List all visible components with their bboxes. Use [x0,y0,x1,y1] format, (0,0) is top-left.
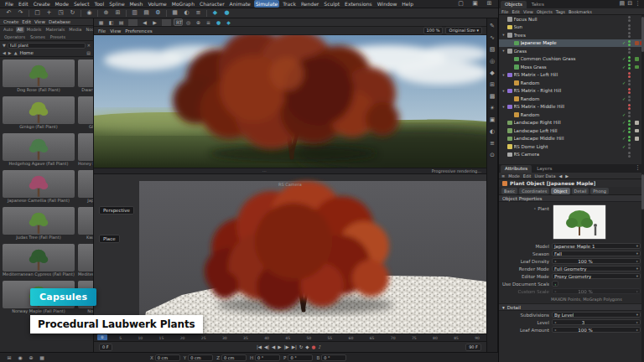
snapshot-icon[interactable]: ◆ [224,18,233,27]
tab-layers[interactable]: Layers [532,165,556,173]
snap-icon[interactable]: ⊙ [487,149,497,161]
prev-render-icon[interactable]: ◀ [140,18,149,27]
primitive-cube-icon[interactable]: ▧ [487,44,497,55]
keyframe-button[interactable]: ◆ [305,344,309,349]
object-row[interactable]: Landscape Left Hill ✓ [499,127,644,135]
pick-focus-icon[interactable]: ⊕ [194,18,203,27]
material-manager-icon[interactable]: ▦ [169,8,180,18]
object-row[interactable]: Landscape Right Hill ✓ [499,119,644,127]
attribute-menu-item[interactable]: ◀ [558,173,562,178]
layers-icon[interactable]: ≡ [193,8,204,18]
grid-view-icon[interactable]: ▤ [86,50,91,55]
aov-list-icon[interactable]: ≡ [204,18,213,27]
object-row[interactable]: ▾ Trees [499,31,644,39]
asset-filter-tab[interactable]: Models [25,27,44,33]
visibility-dots[interactable] [628,111,632,117]
divider-handle-icon[interactable]: ⋯ [99,168,432,173]
field-value[interactable]: 100 % [552,288,641,294]
toolbar-icon[interactable] [206,10,207,17]
interface-icon[interactable]: ▢ [455,0,466,8]
realtime-toggle[interactable]: RT [174,18,183,26]
field-value[interactable]: Proxy Geometry ▾ [552,273,641,279]
field-value[interactable]: Fall ▾ [552,251,641,256]
enabled-check-icon[interactable]: ✓ [621,136,626,141]
toolbar-icon[interactable] [29,10,29,17]
grid-toggle-icon[interactable]: ⊞ [5,353,13,362]
object-manager-menu-item[interactable]: File [501,9,508,14]
panel-mode-icon[interactable]: ▤ [620,0,626,8]
visibility-dots[interactable] [628,40,632,46]
volume-icon[interactable]: ▩ [487,90,497,102]
attribute-tab-chip[interactable]: Detail [572,188,589,194]
section-header[interactable]: Object Properties [499,195,644,202]
visibility-dots[interactable] [628,48,632,54]
last-tool-icon[interactable]: ◉ [84,8,95,18]
place-tool-panel[interactable]: Place [99,235,120,243]
menubar-item[interactable]: Track [281,0,298,8]
cache-icon[interactable]: ● [221,8,232,18]
start-frame-field[interactable]: 0 F [99,344,112,351]
toolbar-icon[interactable] [126,10,127,17]
coordinate-input[interactable]: 0 cm [221,354,247,361]
visibility-dots[interactable] [628,56,632,62]
enabled-check-icon[interactable]: ✓ [621,120,626,125]
up-icon[interactable]: ▲ [14,50,18,55]
toolbar-icon[interactable] [97,10,98,17]
object-row[interactable]: RS Dome Light ✓ [499,142,644,151]
object-row[interactable]: Focus Null [499,15,644,23]
record-button[interactable]: ● [312,344,316,349]
visibility-dots[interactable] [628,104,632,110]
coordinates-icon[interactable]: ⊞ [112,8,123,18]
mograph-icon[interactable]: ⊞ [487,79,497,90]
render-settings-icon[interactable]: ⚙ [153,8,164,18]
asset-browser-menu-item[interactable]: Edit [22,19,31,24]
expand-arrow-icon[interactable]: ▾ [501,73,506,77]
menubar-item[interactable]: Window [376,0,399,8]
object-row[interactable]: Landscape Middle Hill ✓ [499,135,644,143]
asset-item[interactable]: Japanese Larch (Fall Plant) [77,169,93,204]
rv-menu-file[interactable]: File [98,28,106,34]
expand-arrow-icon[interactable]: ▾ [501,49,506,53]
menubar-item[interactable]: Edit [17,0,30,8]
camera-icon[interactable]: ▣ [487,114,497,126]
field-value[interactable]: ✓ [552,281,558,287]
prev-key-button[interactable]: ◀| [264,344,269,349]
detail-section-header[interactable]: ▾ Detail [499,303,644,311]
enabled-check-icon[interactable]: ✓ [621,65,626,70]
asset-browser-menu-item[interactable]: Create [3,19,18,24]
object-manager-menu-item[interactable]: Tags [556,9,565,14]
object-row[interactable]: RS Camera [499,151,644,159]
detail-arrow-icon[interactable]: ▾ [502,305,505,310]
zoom-level[interactable]: 100 % [423,27,444,34]
coordinate-input[interactable]: 0 ° [288,354,313,361]
panel-menu-icon[interactable]: ⋮ [635,0,641,8]
pen-tool-icon[interactable]: ✎ [487,20,497,32]
undo-icon[interactable]: ↶ [3,8,14,18]
light-icon[interactable]: ☀ [487,102,497,114]
collapse-icon[interactable]: ⊟ [627,0,632,8]
plant-preview-image[interactable] [553,204,606,240]
menubar-item[interactable]: Spline [107,0,126,8]
next-key-button[interactable]: |▶ [284,344,289,349]
render-picture-icon[interactable]: ▤ [141,8,152,18]
asset-item[interactable]: Mediterranean Fan Palm (Fall Plant) [77,243,93,278]
asset-sub-tab[interactable]: Operators [3,34,27,40]
asset-filter-tab[interactable]: Auto [2,27,15,33]
coordinate-input[interactable]: 0 ° [321,354,346,361]
breadcrumb[interactable]: Home [20,50,85,55]
spline-tool-icon[interactable]: ∿ [487,32,497,44]
end-frame-field[interactable]: 90 F [465,344,481,351]
primitive-sphere-icon[interactable]: ◎ [487,55,497,67]
toolbar-icon[interactable] [80,10,81,17]
object-row[interactable]: ▾ RS Matrix - Middle Hill [499,103,644,111]
asset-search-input[interactable] [8,43,86,49]
asset-item[interactable]: Japanese Camellia (Fall Plant) [2,169,75,204]
field-value[interactable]: Full Geometry ▾ [552,266,641,272]
attribute-menu-item[interactable]: ≡ [501,173,505,178]
scale-tool-icon[interactable]: ◳ [55,8,66,18]
clear-search-icon[interactable]: ✕ [87,43,91,48]
menubar-item[interactable]: File [3,0,15,8]
save-image-icon[interactable]: ▦ [96,18,106,27]
tab-objects[interactable]: Objects [501,1,527,8]
field-value[interactable]: By Level ▾ [552,312,641,318]
